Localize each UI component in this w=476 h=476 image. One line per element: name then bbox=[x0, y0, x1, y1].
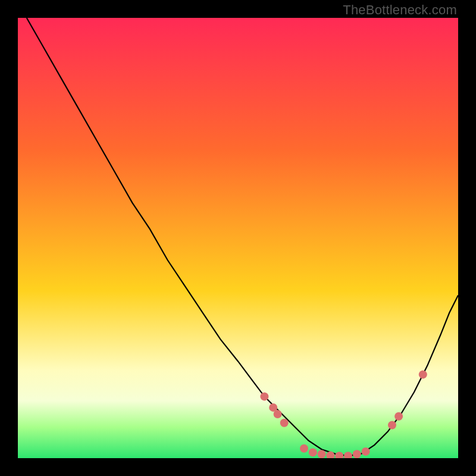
data-dot bbox=[280, 419, 289, 427]
data-dot bbox=[260, 392, 268, 400]
data-dot bbox=[394, 412, 403, 421]
data-dot bbox=[419, 370, 427, 378]
watermark-text: TheBottleneck.com bbox=[343, 2, 457, 18]
data-dot bbox=[388, 421, 396, 430]
data-dot bbox=[353, 450, 361, 458]
data-dot bbox=[318, 450, 326, 458]
bottleneck-chart bbox=[18, 18, 458, 458]
data-dot bbox=[362, 447, 370, 456]
chart-frame bbox=[18, 18, 458, 458]
data-dot bbox=[274, 410, 282, 418]
data-dot bbox=[300, 444, 308, 453]
gradient-background bbox=[18, 18, 458, 458]
data-dot bbox=[309, 448, 317, 456]
